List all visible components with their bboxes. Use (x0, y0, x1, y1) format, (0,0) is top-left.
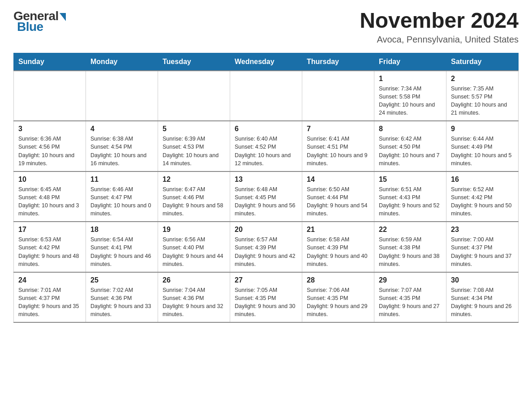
day-number: 14 (307, 176, 369, 184)
day-info: Sunrise: 6:56 AM Sunset: 4:40 PM Dayligh… (163, 235, 225, 268)
calendar-cell (158, 71, 230, 121)
calendar-week-row: 10Sunrise: 6:45 AM Sunset: 4:48 PM Dayli… (14, 171, 519, 222)
day-number: 10 (18, 176, 81, 184)
title-area: November 2024 Avoca, Pennsylvania, Unite… (360, 9, 519, 45)
day-number: 22 (379, 226, 442, 234)
calendar-cell: 9Sunrise: 6:44 AM Sunset: 4:49 PM Daylig… (446, 121, 519, 171)
calendar-cell (302, 71, 374, 121)
calendar-table: SundayMondayTuesdayWednesdayThursdayFrid… (13, 53, 519, 323)
calendar-cell: 1Sunrise: 7:34 AM Sunset: 5:58 PM Daylig… (374, 71, 446, 121)
logo-blue-text: Blue (15, 20, 43, 34)
day-info: Sunrise: 6:45 AM Sunset: 4:48 PM Dayligh… (18, 185, 81, 218)
day-info: Sunrise: 7:34 AM Sunset: 5:58 PM Dayligh… (379, 85, 442, 117)
day-number: 4 (90, 125, 153, 133)
weekday-header: Thursday (302, 53, 374, 71)
day-info: Sunrise: 6:51 AM Sunset: 4:43 PM Dayligh… (379, 185, 442, 218)
calendar-cell: 4Sunrise: 6:38 AM Sunset: 4:54 PM Daylig… (86, 121, 158, 171)
page-title: November 2024 (360, 9, 519, 33)
weekday-header: Saturday (446, 53, 519, 71)
day-info: Sunrise: 6:41 AM Sunset: 4:51 PM Dayligh… (307, 135, 369, 167)
calendar-cell (14, 71, 86, 121)
calendar-cell: 6Sunrise: 6:40 AM Sunset: 4:52 PM Daylig… (230, 121, 302, 171)
day-number: 27 (235, 276, 297, 284)
calendar-cell: 29Sunrise: 7:07 AM Sunset: 4:35 PM Dayli… (374, 272, 446, 323)
day-number: 2 (451, 75, 514, 83)
day-number: 23 (451, 226, 514, 234)
calendar-week-row: 17Sunrise: 6:53 AM Sunset: 4:42 PM Dayli… (14, 222, 519, 272)
day-info: Sunrise: 7:06 AM Sunset: 4:35 PM Dayligh… (307, 286, 369, 319)
day-info: Sunrise: 6:44 AM Sunset: 4:49 PM Dayligh… (451, 135, 514, 167)
day-number: 3 (18, 125, 81, 133)
calendar-cell: 21Sunrise: 6:58 AM Sunset: 4:39 PM Dayli… (302, 222, 374, 272)
calendar-week-row: 24Sunrise: 7:01 AM Sunset: 4:37 PM Dayli… (14, 272, 519, 323)
calendar-cell (230, 71, 302, 121)
calendar-cell: 8Sunrise: 6:42 AM Sunset: 4:50 PM Daylig… (374, 121, 446, 171)
day-number: 28 (307, 276, 369, 284)
day-number: 9 (451, 125, 514, 133)
day-info: Sunrise: 7:00 AM Sunset: 4:37 PM Dayligh… (451, 235, 514, 268)
calendar-week-row: 3Sunrise: 6:36 AM Sunset: 4:56 PM Daylig… (14, 121, 519, 171)
day-number: 11 (90, 176, 153, 184)
calendar-cell: 30Sunrise: 7:08 AM Sunset: 4:34 PM Dayli… (446, 272, 519, 323)
calendar-cell: 14Sunrise: 6:50 AM Sunset: 4:44 PM Dayli… (302, 171, 374, 222)
day-info: Sunrise: 6:47 AM Sunset: 4:46 PM Dayligh… (163, 185, 225, 218)
calendar-cell: 25Sunrise: 7:02 AM Sunset: 4:36 PM Dayli… (86, 272, 158, 323)
day-info: Sunrise: 6:58 AM Sunset: 4:39 PM Dayligh… (307, 235, 369, 268)
weekday-header: Wednesday (230, 53, 302, 71)
calendar-cell: 5Sunrise: 6:39 AM Sunset: 4:53 PM Daylig… (158, 121, 230, 171)
calendar-cell: 12Sunrise: 6:47 AM Sunset: 4:46 PM Dayli… (158, 171, 230, 222)
calendar-cell: 17Sunrise: 6:53 AM Sunset: 4:42 PM Dayli… (14, 222, 86, 272)
day-info: Sunrise: 7:02 AM Sunset: 4:36 PM Dayligh… (90, 286, 153, 319)
day-number: 1 (379, 75, 442, 83)
day-info: Sunrise: 6:48 AM Sunset: 4:45 PM Dayligh… (235, 185, 297, 218)
calendar-cell: 2Sunrise: 7:35 AM Sunset: 5:57 PM Daylig… (446, 71, 519, 121)
day-number: 24 (18, 276, 81, 284)
day-number: 5 (163, 125, 225, 133)
day-info: Sunrise: 7:35 AM Sunset: 5:57 PM Dayligh… (451, 85, 514, 117)
calendar-cell: 19Sunrise: 6:56 AM Sunset: 4:40 PM Dayli… (158, 222, 230, 272)
calendar-cell: 27Sunrise: 7:05 AM Sunset: 4:35 PM Dayli… (230, 272, 302, 323)
weekday-header: Tuesday (158, 53, 230, 71)
day-info: Sunrise: 6:36 AM Sunset: 4:56 PM Dayligh… (18, 135, 81, 167)
day-number: 13 (235, 176, 297, 184)
day-info: Sunrise: 7:01 AM Sunset: 4:37 PM Dayligh… (18, 286, 81, 319)
day-number: 29 (379, 276, 442, 284)
header: General Blue November 2024 Avoca, Pennsy… (13, 9, 519, 45)
logo: General Blue (13, 9, 66, 34)
day-info: Sunrise: 7:05 AM Sunset: 4:35 PM Dayligh… (235, 286, 297, 319)
day-number: 16 (451, 176, 514, 184)
day-info: Sunrise: 6:54 AM Sunset: 4:41 PM Dayligh… (90, 235, 153, 268)
day-info: Sunrise: 6:46 AM Sunset: 4:47 PM Dayligh… (90, 185, 153, 218)
calendar-cell: 11Sunrise: 6:46 AM Sunset: 4:47 PM Dayli… (86, 171, 158, 222)
calendar-cell: 24Sunrise: 7:01 AM Sunset: 4:37 PM Dayli… (14, 272, 86, 323)
day-number: 19 (163, 226, 225, 234)
weekday-header: Friday (374, 53, 446, 71)
day-number: 18 (90, 226, 153, 234)
day-number: 26 (163, 276, 225, 284)
day-number: 7 (307, 125, 369, 133)
day-info: Sunrise: 6:53 AM Sunset: 4:42 PM Dayligh… (18, 235, 81, 268)
day-info: Sunrise: 6:59 AM Sunset: 4:38 PM Dayligh… (379, 235, 442, 268)
calendar-cell: 7Sunrise: 6:41 AM Sunset: 4:51 PM Daylig… (302, 121, 374, 171)
day-info: Sunrise: 6:57 AM Sunset: 4:39 PM Dayligh… (235, 235, 297, 268)
calendar-cell: 22Sunrise: 6:59 AM Sunset: 4:38 PM Dayli… (374, 222, 446, 272)
calendar-cell: 3Sunrise: 6:36 AM Sunset: 4:56 PM Daylig… (14, 121, 86, 171)
day-info: Sunrise: 6:52 AM Sunset: 4:42 PM Dayligh… (451, 185, 514, 218)
calendar-cell: 10Sunrise: 6:45 AM Sunset: 4:48 PM Dayli… (14, 171, 86, 222)
logo-arrow-icon (60, 13, 66, 21)
day-number: 20 (235, 226, 297, 234)
calendar-week-row: 1Sunrise: 7:34 AM Sunset: 5:58 PM Daylig… (14, 71, 519, 121)
weekday-header: Monday (86, 53, 158, 71)
calendar-cell: 18Sunrise: 6:54 AM Sunset: 4:41 PM Dayli… (86, 222, 158, 272)
day-info: Sunrise: 6:39 AM Sunset: 4:53 PM Dayligh… (163, 135, 225, 167)
day-info: Sunrise: 7:04 AM Sunset: 4:36 PM Dayligh… (163, 286, 225, 319)
calendar-cell: 23Sunrise: 7:00 AM Sunset: 4:37 PM Dayli… (446, 222, 519, 272)
day-info: Sunrise: 7:08 AM Sunset: 4:34 PM Dayligh… (451, 286, 514, 319)
page-subtitle: Avoca, Pennsylvania, United States (360, 34, 519, 45)
day-info: Sunrise: 6:50 AM Sunset: 4:44 PM Dayligh… (307, 185, 369, 218)
weekday-header: Sunday (14, 53, 86, 71)
day-info: Sunrise: 6:38 AM Sunset: 4:54 PM Dayligh… (90, 135, 153, 167)
day-number: 25 (90, 276, 153, 284)
day-number: 6 (235, 125, 297, 133)
calendar-cell: 16Sunrise: 6:52 AM Sunset: 4:42 PM Dayli… (446, 171, 519, 222)
